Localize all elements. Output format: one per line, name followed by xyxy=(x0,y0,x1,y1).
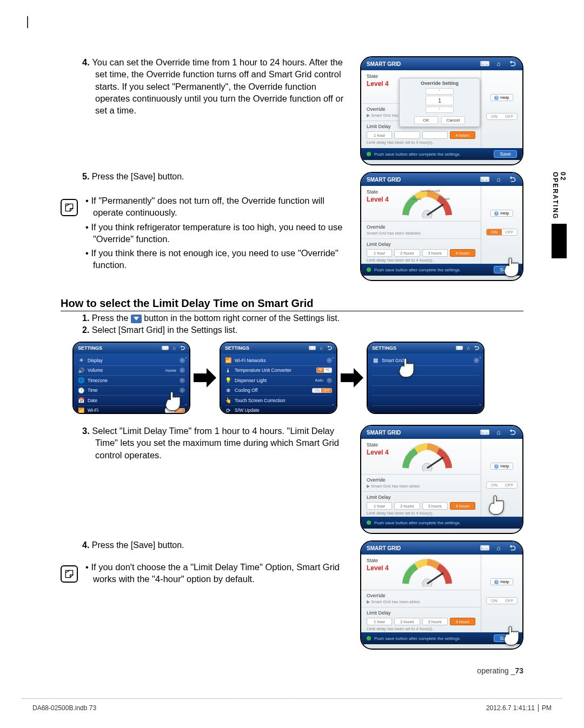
svg-line-1 xyxy=(427,204,443,215)
list-item: 🕐Time› xyxy=(78,386,185,396)
list-item: 🌐Timezone› xyxy=(78,376,185,386)
svg-text:Level3: Level3 xyxy=(430,189,440,192)
note-a-2: If you think refrigerator temperature is… xyxy=(85,221,349,245)
panel-footer: Push save button after complete the sett… xyxy=(361,148,522,160)
flow-arrow-icon xyxy=(340,367,364,389)
override-cancel-button[interactable]: Cancel xyxy=(441,116,465,124)
settings-panel-1: SETTINGS ⌨ ⌂ ⮌ ☀Display› 🔊VolumeHome› 🌐T… xyxy=(72,342,190,414)
wifi-icon: 📶 xyxy=(78,407,84,413)
volume-icon: 🔊 xyxy=(78,367,84,373)
state-gauge-icon: Level1 Level2 Level3 Level4 xyxy=(400,188,454,218)
save-button[interactable]: Save xyxy=(494,150,517,158)
note-a-1: If "Permanently" does not turn off, the … xyxy=(85,195,349,219)
home-icon[interactable]: ⌂ xyxy=(494,176,503,183)
note-a-3: If you think there is not enough ice, yo… xyxy=(85,247,349,271)
limit-delay-note: Limit delay has been set to 4 hour(s). xyxy=(367,140,475,145)
help-icon: ? xyxy=(494,96,499,100)
override-popup: Override Setting ˄ 1 ˅ OK Cancel xyxy=(399,78,480,127)
override-toggle[interactable]: ON OFF xyxy=(486,113,517,120)
note-icon xyxy=(61,199,78,216)
step-c-4: Press the [Save] button. xyxy=(61,540,349,550)
delay-4h[interactable]: 4 hours xyxy=(450,131,475,139)
list-item-smartgrid: ▦Smart Grid› xyxy=(372,356,479,366)
svg-text:Level4: Level4 xyxy=(440,197,450,201)
footer-hint: Push save button after complete the sett… xyxy=(374,152,461,157)
home-icon: ⌂ xyxy=(173,345,176,351)
smartgrid-panel-override-popup: SMART GRID ⌨ ⌂ ⮌ State Level 4 Override … xyxy=(360,56,523,165)
step-c-3: Select "Limit Delay Time" from 1 hour to… xyxy=(61,425,349,461)
list-item: 📶Wi-FiONOFF xyxy=(78,406,185,413)
help-button[interactable]: ? Help xyxy=(490,94,513,101)
keypad-icon[interactable]: ⌨ xyxy=(480,60,489,68)
note-b-1: If you don't choose the a "Limit Delay T… xyxy=(85,561,349,585)
override-on[interactable]: ON xyxy=(487,113,502,119)
delay-3h[interactable] xyxy=(422,131,448,139)
settings-panel-3: SETTINGS ⌨⌂⮌ ▦Smart Grid› ˄˅ xyxy=(367,342,485,414)
panel-titlebar: SMART GRID ⌨ ⌂ ⮌ xyxy=(361,57,522,70)
svg-text:Level1: Level1 xyxy=(412,197,422,201)
globe-icon: 🌐 xyxy=(78,377,84,384)
print-timestamp: 2012.6.7 1:41:11PM xyxy=(486,704,552,712)
override-value: 1 xyxy=(426,96,454,105)
svg-line-9 xyxy=(427,573,443,584)
settings-flow: SETTINGS ⌨ ⌂ ⮌ ☀Display› 🔊VolumeHome› 🌐T… xyxy=(72,342,523,414)
list-item: ☀Display› xyxy=(78,356,185,366)
settings-panel-2: SETTINGS ⌨⌂⮌ 📶Wi-Fi Networks› 🌡Temperatu… xyxy=(220,342,337,414)
override-ok-button[interactable]: OK xyxy=(414,116,438,124)
grid-icon: ▦ xyxy=(372,357,379,364)
scroll-down-icon: ˅ xyxy=(185,404,187,409)
limit-delay-options[interactable]: 1 hour 4 hours xyxy=(367,131,475,139)
section-heading: How to select the Limit Delay Time on Sm… xyxy=(61,297,523,311)
scroll-up-icon: ˄ xyxy=(185,357,187,362)
list-item: 📅Date xyxy=(78,396,185,406)
touch-icon: 👆 xyxy=(225,397,231,404)
back-icon[interactable]: ⮌ xyxy=(508,60,517,68)
override-up-button[interactable]: ˄ xyxy=(426,88,454,95)
calendar-icon: 📅 xyxy=(78,397,84,404)
display-icon: ☀ xyxy=(78,357,84,364)
svg-text:Level2: Level2 xyxy=(421,189,430,192)
status-dot-icon xyxy=(367,152,371,156)
dropdown-icon xyxy=(131,315,142,323)
light-icon: 💡 xyxy=(225,377,231,384)
flow-arrow-icon xyxy=(193,367,217,389)
panel-title: SMART GRID xyxy=(367,61,401,67)
back-icon[interactable]: ⮌ xyxy=(508,176,517,183)
delay-2h[interactable] xyxy=(394,131,420,139)
file-imprint: DA68-02500B.indb 73 xyxy=(32,704,96,712)
step-5: Press the [Save] button. xyxy=(61,172,349,182)
override-popup-title: Override Setting xyxy=(421,81,459,86)
override-off[interactable]: OFF xyxy=(502,113,517,119)
back-icon: ⮌ xyxy=(180,345,185,351)
step-b-1: Press the button in the bottom right cor… xyxy=(61,313,523,323)
list-item: 🔊VolumeHome› xyxy=(78,366,185,376)
section-tab-label: 02 OPERATING xyxy=(552,172,567,224)
keypad-icon[interactable]: ⌨ xyxy=(480,176,489,183)
thermometer-icon: 🌡 xyxy=(225,367,231,373)
state-gauge-icon xyxy=(400,441,454,471)
note-icon xyxy=(61,565,78,583)
svg-line-7 xyxy=(427,457,443,468)
delay-1h[interactable]: 1 hour xyxy=(367,131,392,139)
smartgrid-panel-main: SMART GRID ⌨ ⌂ ⮌ State Level 4 xyxy=(360,172,523,281)
update-icon: ⟳ xyxy=(225,407,231,413)
section-tab: 02 OPERATING xyxy=(552,172,567,258)
clock-icon: 🕐 xyxy=(78,387,84,393)
page-footer-label: operating _73 xyxy=(477,666,523,675)
snow-icon: ❄ xyxy=(225,387,231,393)
wifi-icon: 📶 xyxy=(225,357,231,364)
smartgrid-panel-final: SMART GRID ⌨⌂⮌ State Level 4 xyxy=(360,540,523,650)
smartgrid-panel-select-delay: SMART GRID ⌨⌂⮌ State Level 4 xyxy=(360,425,523,534)
home-icon[interactable]: ⌂ xyxy=(494,60,503,68)
keypad-icon: ⌨ xyxy=(162,345,169,351)
step-4: You can set the Override time from 1 hou… xyxy=(61,56,349,116)
step-b-2: Select [Smart Grid] in the Settings list… xyxy=(61,325,523,335)
override-down-button[interactable]: ˅ xyxy=(426,106,454,113)
